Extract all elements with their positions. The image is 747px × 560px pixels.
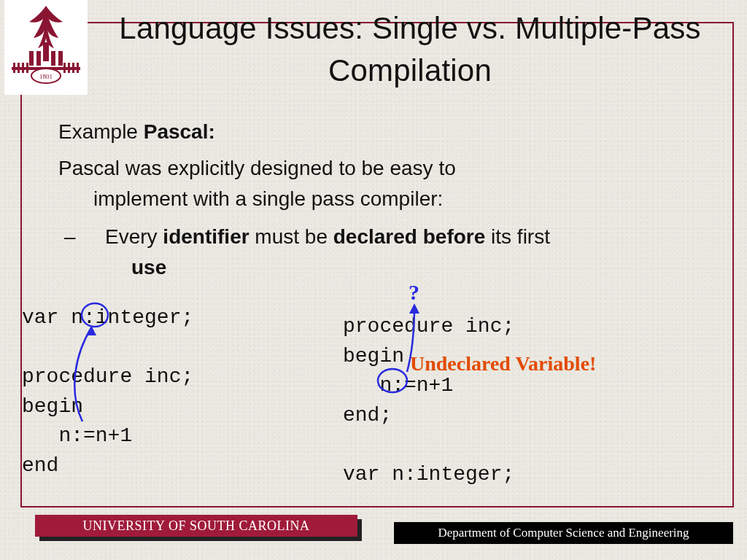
- description-line: Pascal was explicitly designed to be eas…: [58, 153, 711, 214]
- bullet-b3: use: [105, 252, 711, 283]
- code-block-right: procedure inc; begin n:=n+1 end; var n:i…: [343, 312, 514, 490]
- svg-rect-3: [51, 51, 55, 66]
- bullet-rule: – Every identifier must be declared befo…: [58, 222, 711, 283]
- svg-rect-10: [63, 63, 66, 73]
- svg-rect-12: [72, 63, 74, 73]
- bullet-dash: –: [85, 222, 105, 252]
- bullet-t1: Every: [105, 225, 163, 248]
- bullet-t2: must be: [249, 225, 333, 248]
- bullet-b2: declared before: [333, 225, 486, 248]
- slide-root: 1801 Language Issues: Single vs. Multipl…: [0, 0, 747, 560]
- svg-rect-7: [18, 63, 20, 73]
- footer-university: UNIVERSITY OF SOUTH CAROLINA: [35, 515, 357, 537]
- bullet-b1: identifier: [163, 225, 249, 248]
- usc-logo: 1801: [4, 0, 88, 95]
- slide-body: Example Pascal: Pascal was explicitly de…: [58, 117, 711, 283]
- desc-line2: implement with a single pass compiler:: [58, 184, 711, 214]
- svg-rect-8: [22, 63, 24, 73]
- example-lang: Pascal:: [144, 120, 215, 143]
- desc-line1: Pascal was explicitly designed to be eas…: [58, 157, 456, 179]
- svg-rect-2: [36, 51, 41, 66]
- svg-rect-6: [13, 63, 15, 73]
- example-line: Example Pascal:: [58, 117, 711, 147]
- code-block-left: var n:integer; procedure inc; begin n:=n…: [22, 303, 193, 481]
- svg-rect-11: [68, 63, 70, 73]
- svg-text:1801: 1801: [39, 73, 53, 80]
- svg-rect-9: [26, 63, 28, 73]
- footer-department: Department of Computer Science and Engin…: [394, 522, 733, 544]
- bullet-t3: its first: [485, 225, 550, 248]
- slide-title: Language Issues: Single vs. Multiple-Pas…: [95, 7, 725, 92]
- undeclared-variable-label: Undeclared Variable!: [410, 352, 596, 376]
- svg-rect-13: [77, 63, 79, 73]
- svg-rect-4: [58, 51, 63, 66]
- svg-rect-1: [29, 51, 34, 66]
- example-prefix: Example: [58, 120, 144, 143]
- svg-rect-0: [43, 42, 49, 61]
- question-mark-annotation: ?: [409, 280, 419, 305]
